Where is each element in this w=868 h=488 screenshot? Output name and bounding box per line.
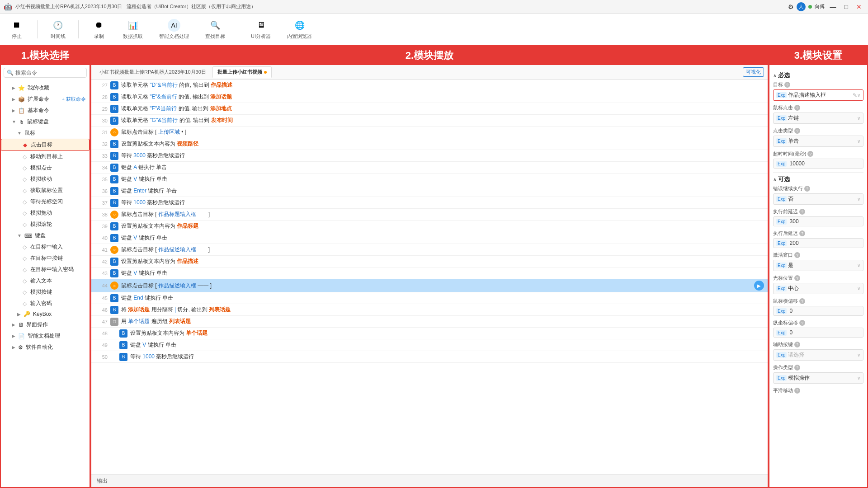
activate-window-select[interactable]: Exp 是 ∨ [773,260,863,271]
stop-icon: ⏹ [10,19,23,32]
exec-delay2-value: 200 [790,240,799,246]
data-capture-button[interactable]: 📊 数据抓取 [119,17,146,42]
scroll-help[interactable]: ? [794,388,800,394]
activate-window-help[interactable]: ? [794,252,800,258]
tree-item-simulate-drag[interactable]: ◇ 模拟拖动 [1,207,90,219]
record-label: 录制 [94,33,104,40]
tree-item-keyboard[interactable]: ▼ ⌨ 键盘 [1,230,90,241]
row-play-button[interactable]: ▶ [754,281,764,291]
close-btn[interactable]: ✕ [854,3,864,10]
tree-item-mouse-keyboard[interactable]: ▼ 🖱 鼠标键盘 [1,116,90,127]
tree-item-input-pwd-target[interactable]: ◇ 在目标中输入密码 [1,264,90,275]
exec-delay1-input[interactable]: Exp 300 [773,216,863,226]
cursor-offset-x-help[interactable]: ? [799,298,805,304]
settings-area: ∧ 必选 目标 ? Exp 作品描述输入框 ✎ ∨ 鼠标点击 [769,65,867,487]
find-target-button[interactable]: 🔍 查找目标 [202,17,229,42]
row-icon: B [110,222,118,230]
left-section-header: 1.模块选择 [1,46,90,65]
cursor-pos-help[interactable]: ? [794,275,800,281]
tree-item-keybox[interactable]: ▶ 🔑 KeyBox [1,309,90,319]
tree-item-simulate-click[interactable]: ◇ 模拟点击 [1,162,90,174]
tree-item-move-to[interactable]: ◇ 移动到目标上 [1,151,90,162]
tree-label: 输入密码 [30,300,52,307]
tree-item-extensions[interactable]: ▶ 📦 扩展命令 + 获取命令 [1,94,90,105]
browser-button[interactable]: 🌐 内置浏览器 [283,17,316,42]
record-button[interactable]: ⏺ 录制 [88,17,110,42]
row-number: 35 [95,177,108,182]
exp-tag: Exp [776,352,787,358]
minimize-btn[interactable]: — [827,3,839,10]
row-number: 48 [95,331,108,336]
tree-item-simulate-key[interactable]: ◇ 模拟按键 [1,286,90,298]
tab-main-flow[interactable]: 小红书视频批量上传RPA机器人2023年10月30日 [95,67,211,77]
timeline-icon: 🕐 [52,19,64,32]
tree-item-key-target[interactable]: ◇ 在目标中按键 [1,253,90,264]
error-continue-help[interactable]: ? [804,186,810,192]
tree-item-click-target[interactable]: ◆ 点击目标 [1,139,90,151]
mouse-click-select[interactable]: Exp 左键 ∨ [773,113,863,124]
tab-bar: 小红书视频批量上传RPA机器人2023年10月30日 批量上传小红书视频 可视化 [91,65,768,80]
mouse-click-help[interactable]: ? [794,105,800,111]
hotkey-select[interactable]: Exp 请选择 ∨ [773,349,863,361]
tree-item-favorites[interactable]: ▶ ⭐ 我的收藏 [1,82,90,94]
tree-item-basic[interactable]: ▶ 📋 基本命令 [1,105,90,116]
tree-item-smart-doc[interactable]: ▶ 📄 智能文档处理 [1,330,90,342]
row-number: 50 [95,354,108,360]
timeout-input[interactable]: Exp 10000 [773,159,863,169]
middle-section-header: 2.模块摆放 [91,46,768,65]
hotkey-help[interactable]: ? [794,342,800,347]
op-type-help[interactable]: ? [794,365,800,371]
get-commands-btn[interactable]: + 获取命令 [62,96,86,103]
timeline-button[interactable]: 🕐 时间线 [47,17,69,42]
optional-label: 可选 [778,175,790,183]
row-number: 32 [95,141,108,147]
target-edit-icon[interactable]: ✎ [853,92,857,99]
exec-delay2-input[interactable]: Exp 200 [773,238,863,248]
tree-item-software-automation[interactable]: ▶ ⚙ 软件自动化 [1,342,90,353]
search-input[interactable] [15,70,84,76]
search-box[interactable]: 🔍 [4,68,87,78]
tab-upload-flow[interactable]: 批量上传小红书视频 [212,66,272,78]
tree-item-get-mouse-pos[interactable]: ◇ 获取鼠标位置 [1,185,90,196]
exec-delay1-label: 执行前延迟 ? [773,208,863,215]
cursor-pos-select[interactable]: Exp 中心 ∨ [773,283,863,294]
cursor-offset-y-help[interactable]: ? [799,320,805,326]
error-continue-select[interactable]: Exp 否 ∨ [773,193,863,205]
stop-button[interactable]: ⏹ 停止 [5,17,28,42]
tree-item-simulate-scroll[interactable]: ◇ 模拟滚轮 [1,219,90,230]
cursor-offset-x-input[interactable]: Exp 0 [773,306,863,316]
click-type-select[interactable]: Exp 单击 ∨ [773,136,863,147]
target-expand-icon[interactable]: ∨ [857,93,860,98]
error-continue-label: 错误继续执行 ? [773,185,863,192]
toolbar-divider-1 [37,20,38,38]
flow-area[interactable]: 27 B 读取单元格 "D"&当前行 的值, 输出到 作品描述 28 B 读取单… [91,80,768,474]
exec-delay2-help[interactable]: ? [799,230,805,236]
row-icon: B [110,164,118,172]
target-label: 目标 ? [773,81,863,88]
tree-item-wait-cursor[interactable]: ◇ 等待光标空闲 [1,196,90,207]
tree-item-input-target[interactable]: ◇ 在目标中输入 [1,241,90,253]
op-type-select[interactable]: Exp 模拟操作 ∨ [773,372,863,384]
target-input[interactable]: Exp 作品描述输入框 ✎ ∨ [773,89,863,101]
ai-doc-button[interactable]: AI 智能文档处理 [156,17,193,42]
visible-button[interactable]: 可视化 [743,67,764,77]
target-value: 作品描述输入框 [788,91,853,99]
cursor-offset-y-input[interactable]: Exp 0 [773,328,863,338]
tree-item-input-text[interactable]: ◇ 输入文本 [1,275,90,286]
ui-analyzer-button[interactable]: 🖥 UI分析器 [247,17,274,42]
maximize-btn[interactable]: □ [842,3,851,10]
flow-row-44[interactable]: 44 ○ 鼠标点击目标 [ 作品描述输入框 —— ] ▶ [91,279,768,292]
tree-arrow: ▶ [12,97,15,102]
tree-label: 等待光标空闲 [30,198,63,206]
target-help-icon[interactable]: ? [784,82,790,88]
settings-icon[interactable]: ⚙ [788,3,794,10]
timeout-help[interactable]: ? [807,151,813,157]
row-icon: ○ [110,282,118,290]
tree-item-input-pwd[interactable]: ◇ 输入密码 [1,298,90,309]
exec-delay1-help[interactable]: ? [799,209,805,215]
tree-item-ui-ops[interactable]: ▶ 🖥 界面操作 [1,319,90,330]
tree-item-simulate-move[interactable]: ◇ 模拟移动 [1,174,90,185]
click-type-help[interactable]: ? [794,128,800,134]
tree-item-mouse[interactable]: ▼ 鼠标 [1,127,90,139]
row-icon: B [110,199,118,207]
